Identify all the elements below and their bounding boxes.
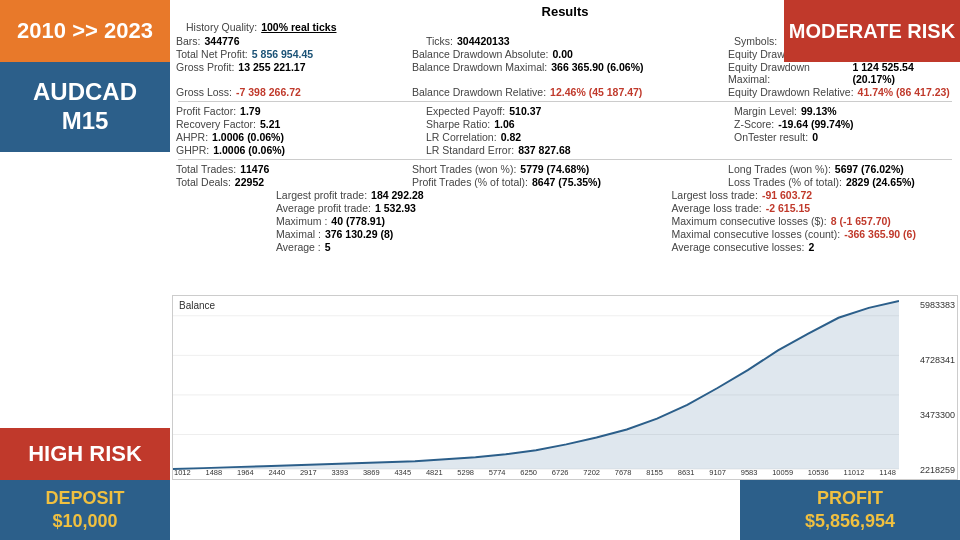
top-right-badge: MODERATE RISK bbox=[784, 0, 960, 62]
gp-label: Gross Profit: bbox=[176, 61, 234, 85]
ahpr-value: 1.0006 (0.06%) bbox=[212, 131, 284, 143]
bda-value: 0.00 bbox=[552, 48, 572, 60]
y-label-2: 4728341 bbox=[900, 355, 955, 365]
deals-row: Total Deals: 22952 Profit Trades (% of t… bbox=[176, 176, 954, 188]
llt-label: Largest loss trade: bbox=[672, 189, 758, 201]
edr-label: Equity Drawdown Relative: bbox=[728, 86, 853, 98]
tnp-value: 5 856 954.45 bbox=[252, 48, 313, 60]
td-label: Total Deals: bbox=[176, 176, 231, 188]
lttpct-label: Loss Trades (% of total): bbox=[728, 176, 842, 188]
ahpr-label: AHPR: bbox=[176, 131, 208, 143]
ep-label: Expected Payoff: bbox=[426, 105, 505, 117]
alt-label: Average loss trade: bbox=[672, 202, 762, 214]
mcw-value: 40 (778.91) bbox=[331, 215, 385, 227]
bdr-label: Balance Drawdown Relative: bbox=[412, 86, 546, 98]
lrc-value: 0.82 bbox=[501, 131, 521, 143]
sr-label: Sharpe Ratio: bbox=[426, 118, 490, 130]
history-quality-value: 100% real ticks bbox=[261, 21, 336, 33]
top-left-text: 2010 >> 2023 bbox=[17, 18, 153, 44]
rf-row: Recovery Factor: 5.21 Sharpe Ratio: 1.06… bbox=[176, 118, 954, 130]
apt-label: Average profit trade: bbox=[276, 202, 371, 214]
ml-value: 99.13% bbox=[801, 105, 837, 117]
maxl-value: 376 130.29 (8) bbox=[325, 228, 393, 240]
avg-label: Average : bbox=[276, 241, 321, 253]
tnp-label: Total Net Profit: bbox=[176, 48, 248, 60]
ot-value: 0 bbox=[812, 131, 818, 143]
ml-label: Margin Level: bbox=[734, 105, 797, 117]
bars-label: Bars: bbox=[176, 35, 201, 47]
gp-value: 13 255 221.17 bbox=[238, 61, 305, 85]
max-consec-row: Maximum : 40 (778.91) Maximum consecutiv… bbox=[176, 215, 954, 227]
lrse-value: 837 827.68 bbox=[518, 144, 571, 156]
td-value: 22952 bbox=[235, 176, 264, 188]
edr-value: 41.74% (86 417.23) bbox=[858, 86, 950, 98]
rf-value: 5.21 bbox=[260, 118, 280, 130]
edm-value: 1 124 525.54 (20.17%) bbox=[852, 61, 954, 85]
bdm-value: 366 365.90 (6.06%) bbox=[551, 61, 643, 85]
tt-value: 11476 bbox=[240, 163, 269, 175]
mcw-label: Maximum : bbox=[276, 215, 327, 227]
zs-label: Z-Score: bbox=[734, 118, 774, 130]
zs-value: -19.64 (99.74%) bbox=[778, 118, 853, 130]
deposit-badge: DEPOSIT $10,000 bbox=[0, 480, 170, 540]
sr-value: 1.06 bbox=[494, 118, 514, 130]
symbols-label: Symbols: bbox=[734, 35, 777, 47]
avg-value: 5 bbox=[325, 241, 331, 253]
y-label-3: 3473300 bbox=[900, 410, 955, 420]
mcls-label: Maximum consecutive losses ($): bbox=[672, 215, 827, 227]
maxl-label: Maximal : bbox=[276, 228, 321, 240]
y-axis: 5983383 4728341 3473300 2218259 bbox=[900, 296, 955, 479]
stw-label: Short Trades (won %): bbox=[412, 163, 516, 175]
bdm-label: Balance Drawdown Maximal: bbox=[412, 61, 547, 85]
apt-value: 1 532.93 bbox=[375, 202, 416, 214]
lttpct-value: 2829 (24.65%) bbox=[846, 176, 915, 188]
pf-label: Profit Factor: bbox=[176, 105, 236, 117]
ticks-value: 304420133 bbox=[457, 35, 510, 47]
tt-label: Total Trades: bbox=[176, 163, 236, 175]
top-right-text: MODERATE RISK bbox=[789, 20, 955, 43]
top-left-badge: 2010 >> 2023 bbox=[0, 0, 170, 62]
y-label-bottom: 2218259 bbox=[900, 465, 955, 475]
rf-label: Recovery Factor: bbox=[176, 118, 256, 130]
profit-text: PROFIT $5,856,954 bbox=[805, 487, 895, 534]
lpt-label: Largest profit trade: bbox=[276, 189, 367, 201]
high-risk-text: HIGH RISK bbox=[28, 441, 142, 467]
acl-value: 2 bbox=[808, 241, 814, 253]
avg-trade-row: Average profit trade: 1 532.93 Average l… bbox=[176, 202, 954, 214]
ghpr-value: 1.0006 (0.06%) bbox=[213, 144, 285, 156]
balance-chart bbox=[173, 296, 899, 479]
gl-value: -7 398 266.72 bbox=[236, 86, 301, 98]
profit-badge: PROFIT $5,856,954 bbox=[740, 480, 960, 540]
ptpct-value: 8647 (75.35%) bbox=[532, 176, 601, 188]
lpt-value: 184 292.28 bbox=[371, 189, 424, 201]
mclc-label: Maximal consecutive losses (count): bbox=[672, 228, 841, 240]
bdr-value: 12.46% (45 187.47) bbox=[550, 86, 642, 98]
pf-row: Profit Factor: 1.79 Expected Payoff: 510… bbox=[176, 105, 954, 117]
mclc-value: -366 365.90 (6) bbox=[844, 228, 916, 240]
ltw-value: 5697 (76.02%) bbox=[835, 163, 904, 175]
gross-loss-row: Gross Loss: -7 398 266.72 Balance Drawdo… bbox=[176, 86, 954, 98]
ticks-label: Ticks: bbox=[426, 35, 453, 47]
deposit-text: DEPOSIT $10,000 bbox=[45, 487, 124, 534]
pf-value: 1.79 bbox=[240, 105, 260, 117]
ptpct-label: Profit Trades (% of total): bbox=[412, 176, 528, 188]
mcls-value: 8 (-1 657.70) bbox=[831, 215, 891, 227]
chart-area: Balance 5983383 4728341 3473300 2218259 bbox=[172, 295, 958, 480]
ep-value: 510.37 bbox=[509, 105, 541, 117]
gl-label: Gross Loss: bbox=[176, 86, 232, 98]
ltw-label: Long Trades (won %): bbox=[728, 163, 831, 175]
lrse-label: LR Standard Error: bbox=[426, 144, 514, 156]
left-mid-badge: AUDCAD M15 bbox=[0, 62, 170, 152]
ahpr-row: AHPR: 1.0006 (0.06%) LR Correlation: 0.8… bbox=[176, 131, 954, 143]
bars-value: 344776 bbox=[205, 35, 240, 47]
edm-label: Equity Drawdown Maximal: bbox=[728, 61, 848, 85]
ghpr-row: GHPR: 1.0006 (0.06%) LR Standard Error: … bbox=[176, 144, 954, 156]
left-mid-text: AUDCAD M15 bbox=[33, 78, 137, 136]
largest-trade-row: Largest profit trade: 184 292.28 Largest… bbox=[176, 189, 954, 201]
divider-2 bbox=[178, 159, 952, 160]
high-risk-badge: HIGH RISK bbox=[0, 428, 170, 480]
average-row: Average : 5 Average consecutive losses: … bbox=[176, 241, 954, 253]
y-label-top: 5983383 bbox=[900, 300, 955, 310]
trades-row: Total Trades: 11476 Short Trades (won %)… bbox=[176, 163, 954, 175]
maximal-row: Maximal : 376 130.29 (8) Maximal consecu… bbox=[176, 228, 954, 240]
